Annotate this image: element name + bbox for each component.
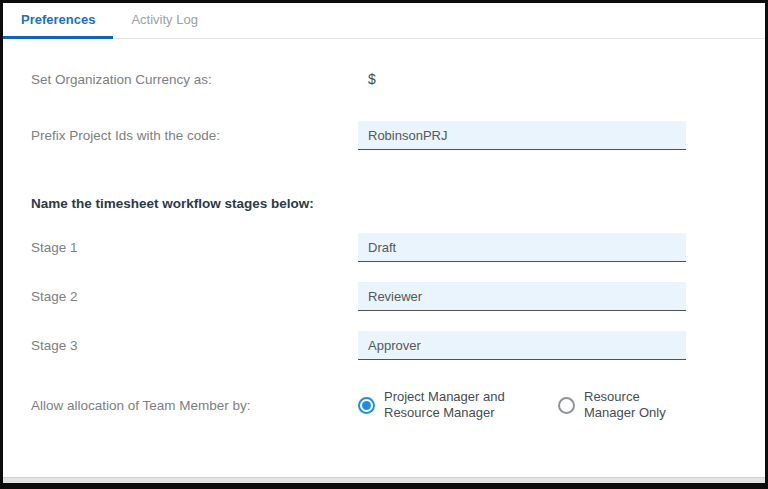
tab-preferences[interactable]: Preferences <box>3 3 113 39</box>
horizontal-scrollbar[interactable] <box>3 477 765 483</box>
radio-button-icon[interactable] <box>558 397 575 414</box>
stage-1-row: Stage 1 <box>31 233 765 262</box>
preferences-form: Set Organization Currency as: $ Prefix P… <box>3 69 765 423</box>
stage-1-input[interactable] <box>358 233 686 262</box>
stage-2-label: Stage 2 <box>31 289 358 304</box>
preferences-window: Preferences Activity Log Set Organizatio… <box>0 0 768 489</box>
tab-bar: Preferences Activity Log <box>3 3 765 39</box>
allocation-row: Allow allocation of Team Member by: Proj… <box>31 387 765 423</box>
stage-2-row: Stage 2 <box>31 282 765 311</box>
stages-heading: Name the timesheet workflow stages below… <box>31 196 765 216</box>
currency-row: Set Organization Currency as: $ <box>31 69 765 89</box>
prefix-label: Prefix Project Ids with the code: <box>31 128 358 143</box>
allocation-label: Allow allocation of Team Member by: <box>31 398 358 413</box>
prefix-input[interactable] <box>358 121 686 150</box>
currency-label: Set Organization Currency as: <box>31 72 358 87</box>
allocation-options: Project Manager and Resource Manager Res… <box>358 389 686 422</box>
radio-option-rm-only[interactable]: Resource Manager Only <box>558 389 680 422</box>
stage-3-input[interactable] <box>358 331 686 360</box>
stage-2-input[interactable] <box>358 282 686 311</box>
tab-activity-log[interactable]: Activity Log <box>113 3 215 39</box>
prefix-row: Prefix Project Ids with the code: <box>31 121 765 150</box>
radio-button-icon[interactable] <box>358 397 375 414</box>
radio-option-pm-and-rm[interactable]: Project Manager and Resource Manager <box>358 389 558 422</box>
stage-3-label: Stage 3 <box>31 338 358 353</box>
stage-1-label: Stage 1 <box>31 240 358 255</box>
radio-option-rm-only-label: Resource Manager Only <box>584 389 680 422</box>
radio-option-pm-and-rm-label: Project Manager and Resource Manager <box>384 389 516 422</box>
currency-value: $ <box>358 71 376 87</box>
stage-3-row: Stage 3 <box>31 331 765 360</box>
